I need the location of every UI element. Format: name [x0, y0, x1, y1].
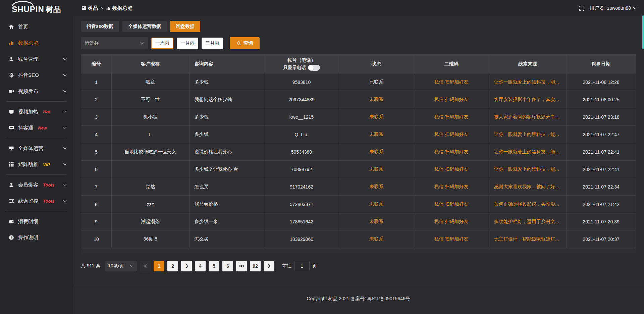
sidebar-item-lead-monitor[interactable]: 线索监控 Tools [0, 193, 73, 209]
source-link[interactable]: 让你一眼就爱上的黑科技，能... [489, 143, 567, 161]
account-select[interactable]: 请选择 [81, 37, 148, 49]
sidebar-item-doukeTong[interactable]: 抖客通 New [0, 120, 73, 136]
tab-omni-media-data[interactable]: 全媒体运营数据 [122, 21, 167, 32]
query-button[interactable]: 查询 [230, 37, 260, 49]
range-month-button[interactable]: 一月内 [177, 38, 198, 49]
qrcode-link[interactable]: 私信 扫码加好友 [414, 230, 489, 248]
sidebar-item-douyin-seo[interactable]: 抖音SEO [0, 67, 73, 83]
prev-page-button[interactable] [140, 261, 151, 271]
source-link[interactable]: 让你一眼就爱上的黑科技，能... [489, 161, 567, 178]
qrcode-link[interactable]: 私信 扫码加好友 [414, 91, 489, 108]
source-link[interactable]: 客厅安装投影半年多了，真实... [489, 91, 567, 108]
qrcode-link[interactable]: 私信 扫码加好友 [414, 213, 489, 230]
table-row: 9 潮起潮落 多少钱一米 178651642 未联系 私信 扫码加好友 多功能护… [81, 213, 636, 230]
scrollbar-thumb[interactable] [642, 15, 644, 49]
bar-chart-icon [8, 40, 14, 46]
main-content: 抖音seo数据 全媒体运营数据 询盘数据 请选择 一周内 一月内 三月内 查询 [73, 16, 644, 314]
sidebar-item-account-management[interactable]: 账号管理 [0, 51, 73, 67]
svg-text:?: ? [10, 235, 12, 239]
sidebar-item-omni-media[interactable]: 全媒体运营 [0, 140, 73, 156]
board-icon [82, 6, 86, 10]
bar-chart-icon [106, 6, 111, 10]
status-badge: 未联系 [339, 143, 414, 161]
chevron-down-icon [63, 110, 67, 113]
goto-page-input[interactable] [294, 261, 310, 271]
range-week-button[interactable]: 一周内 [151, 38, 173, 49]
qrcode-link[interactable]: 私信 扫码加好友 [414, 108, 489, 126]
goto-label: 前往 [282, 263, 291, 269]
select-placeholder: 请选择 [85, 40, 99, 46]
tools-badge: Tools [43, 182, 54, 188]
qrcode-link[interactable]: 私信 扫码加好友 [414, 196, 489, 213]
source-link[interactable]: 如何正确选择投影仪，买投影... [489, 196, 567, 213]
breadcrumb-current[interactable]: 数据总览 [106, 5, 132, 11]
table-row: 1 啵章 多少钱 9583810 已联系 私信 扫码加好友 让你一眼就爱上的黑科… [81, 73, 636, 91]
chevron-down-icon [63, 74, 67, 76]
breadcrumb-root[interactable]: 树品 [82, 5, 98, 11]
page-size-select[interactable]: 10条/页 [105, 261, 137, 271]
source-link[interactable]: 感谢大家喜欢我家，被问了好... [489, 178, 567, 196]
page-button-1[interactable]: 1 [154, 261, 164, 271]
status-badge: 未联系 [339, 178, 414, 196]
grid-icon [8, 162, 14, 167]
col-nickname: 客户昵称 [111, 55, 189, 73]
status-badge: 未联系 [339, 91, 414, 108]
sidebar-item-consumption-detail[interactable]: 消费明细 [0, 213, 73, 229]
sidebar-item-matrix-boost[interactable]: 矩阵助推 VIP [0, 156, 73, 172]
page-button-92[interactable]: 92 [250, 261, 261, 271]
sidebar-item-video-publish[interactable]: 视频发布 [0, 83, 73, 99]
user-menu[interactable]: 用户名: zswodun88 [590, 5, 637, 11]
page-ellipsis-button[interactable]: ••• [236, 261, 247, 271]
phone-only-toggle[interactable] [308, 65, 320, 71]
hot-badge: Hot [43, 109, 50, 114]
source-link[interactable]: 多功能护栏灯，适用于乡村文... [489, 213, 567, 230]
sidebar-item-data-overview[interactable]: 数据总览 [0, 35, 73, 51]
sliders-icon [8, 198, 14, 204]
table-row: 6 多少钱？让我死心 看 70898792 未联系 私信 扫码加好友 让你一眼就… [81, 161, 636, 178]
status-badge: 未联系 [339, 230, 414, 248]
chevron-down-icon [63, 126, 67, 129]
inquiry-table-wrap: 编号 客户昵称 咨询内容 帐号（电话） 只显示电话 [81, 54, 636, 255]
sidebar-divider [6, 174, 67, 175]
chevron-down-icon [63, 147, 67, 150]
page-button-5[interactable]: 5 [209, 261, 219, 271]
screen-icon [8, 109, 14, 114]
source-link[interactable]: 让你一眼就爱上的黑科技，能... [489, 73, 567, 91]
qrcode-link[interactable]: 私信 扫码加好友 [414, 143, 489, 161]
page-button-3[interactable]: 3 [181, 261, 192, 271]
copyright-text: Copyright 树品 2021 备案号: 粤ICP备09019646号 [307, 296, 410, 301]
sidebar-item-instructions[interactable]: ? 操作说明 [0, 229, 73, 246]
qrcode-link[interactable]: 私信 扫码加好友 [414, 126, 489, 143]
col-date: 询盘日期 [567, 55, 636, 73]
chevron-down-icon [63, 200, 67, 202]
source-link[interactable]: 无主灯设计，智能磁吸轨道灯... [489, 230, 567, 248]
gear-icon [8, 72, 14, 78]
page-button-4[interactable]: 4 [195, 261, 206, 271]
qrcode-link[interactable]: 私信 扫码加好友 [414, 161, 489, 178]
sidebar: 首页 数据总览 账号管理 抖音SEO 视频发布 视频加热 Hot [0, 16, 73, 314]
range-quarter-button[interactable]: 三月内 [202, 38, 223, 49]
sidebar-item-home[interactable]: 首页 [0, 19, 73, 35]
sidebar-divider [6, 101, 67, 102]
page-button-2[interactable]: 2 [167, 261, 178, 271]
fullscreen-icon[interactable] [579, 6, 584, 11]
qrcode-link[interactable]: 私信 扫码加好友 [414, 73, 489, 91]
page-button-6[interactable]: 6 [222, 261, 233, 271]
source-link[interactable]: 被大家追着问的客厅投影分享... [489, 108, 567, 126]
chevron-down-icon [63, 90, 67, 93]
chevron-down-icon [63, 184, 67, 186]
qrcode-link[interactable]: 私信 扫码加好友 [414, 178, 489, 196]
table-row: 10 36度 8 怎么买 183929060 未联系 私信 扫码加好友 无主灯设… [81, 230, 636, 248]
username-value: zswodun88 [607, 5, 631, 11]
video-camera-icon [8, 89, 14, 94]
tab-inquiry-data[interactable]: 询盘数据 [170, 21, 200, 32]
status-badge: 未联系 [339, 196, 414, 213]
tab-douyin-seo-data[interactable]: 抖音seo数据 [81, 21, 119, 32]
app-logo[interactable]: SHUPIN 树品 [0, 0, 73, 16]
table-header-row: 编号 客户昵称 咨询内容 帐号（电话） 只显示电话 [81, 55, 636, 73]
source-link[interactable]: 让你一眼就爱上的黑科技，能... [489, 126, 567, 143]
sidebar-item-video-heating[interactable]: 视频加热 Hot [0, 104, 73, 120]
next-page-button[interactable] [264, 261, 274, 271]
sidebar-item-member-burst[interactable]: 会员爆客 Tools [0, 177, 73, 193]
status-badge: 未联系 [339, 126, 414, 143]
